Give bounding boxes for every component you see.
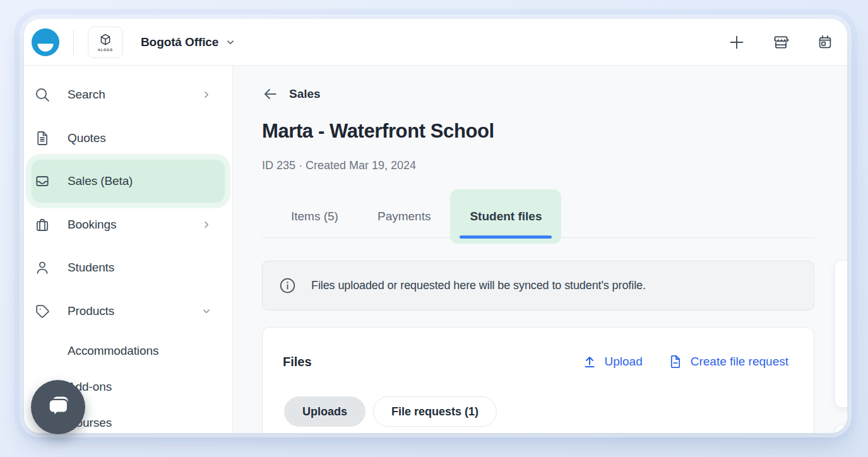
- files-card: Files Upload: [262, 327, 814, 433]
- calendar-button[interactable]: [809, 27, 841, 58]
- workspace-switcher[interactable]: Bogotá Office: [141, 35, 236, 49]
- plus-icon: [727, 33, 746, 52]
- upload-button[interactable]: Upload: [582, 354, 643, 369]
- files-card-header: Files Upload: [283, 345, 788, 378]
- sidebar-item-label: Students: [68, 261, 114, 275]
- calendar-icon: [816, 33, 834, 51]
- sidebar-item-bookings[interactable]: Bookings: [32, 210, 225, 240]
- sidebar-item-search[interactable]: Search: [32, 80, 225, 110]
- agency-logo-label: ALOGO: [98, 48, 113, 52]
- tabs: Items (5) Payments Student files: [262, 189, 814, 244]
- side-panel-card-clipped: [835, 425, 847, 433]
- sidebar-item-label: Bookings: [68, 218, 116, 232]
- info-banner-text: Files uploaded or requested here will be…: [311, 279, 646, 292]
- sidebar-item-quotes[interactable]: Quotes: [32, 123, 225, 153]
- tab-student-files[interactable]: Student files: [450, 189, 561, 244]
- workspace-name: Bogotá Office: [141, 35, 218, 49]
- document-icon: [34, 130, 51, 146]
- marketplace-button[interactable]: [765, 27, 797, 58]
- desktop-background: ALOGO Bogotá Office: [0, 0, 868, 457]
- sidebar-item-products[interactable]: Products: [32, 296, 225, 326]
- tab-payments[interactable]: Payments: [358, 189, 450, 244]
- info-icon: [279, 277, 296, 294]
- main-content: Sales Marta - Waterfront School ID 235 ·…: [233, 66, 847, 433]
- files-filter-row: Uploads File requests (1): [284, 396, 497, 427]
- topbar-divider: [73, 30, 74, 55]
- sidebar-item-label: Quotes: [68, 131, 106, 145]
- file-icon: [668, 354, 683, 369]
- tab-items[interactable]: Items (5): [271, 189, 358, 244]
- info-banner: Files uploaded or requested here will be…: [262, 261, 814, 311]
- sidebar-item-label: Sales (Beta): [68, 174, 133, 188]
- sidebar-item-label: Accommodations: [68, 344, 158, 358]
- chevron-down-icon: [225, 37, 236, 48]
- search-icon: [34, 86, 51, 103]
- storefront-icon: [771, 33, 790, 52]
- create-file-request-label: Create file request: [691, 355, 788, 369]
- person-icon: [34, 259, 51, 276]
- briefcase-icon: [34, 217, 51, 233]
- back-arrow-icon: [262, 86, 278, 102]
- sidebar-item-students[interactable]: Students: [32, 252, 225, 283]
- page-title: Marta - Waterfront School: [262, 120, 494, 143]
- create-file-request-button[interactable]: Create file request: [668, 354, 788, 369]
- upload-icon: [582, 354, 597, 369]
- chevron-right-icon: [201, 89, 212, 100]
- sidebar-item-label: Products: [68, 304, 114, 318]
- top-bar: ALOGO Bogotá Office: [24, 19, 847, 66]
- add-button[interactable]: [721, 27, 752, 58]
- tag-icon: [34, 303, 51, 319]
- chevron-down-icon: [201, 306, 212, 317]
- agency-logo[interactable]: ALOGO: [88, 27, 123, 58]
- upload-label: Upload: [605, 355, 643, 369]
- back-label: Sales: [289, 87, 321, 101]
- filter-file-requests[interactable]: File requests (1): [373, 396, 497, 427]
- sidebar-item-label: Search: [68, 88, 105, 102]
- app-window: ALOGO Bogotá Office: [24, 19, 847, 433]
- sidebar-item-accommodations[interactable]: Accommodations: [32, 336, 225, 366]
- chevron-right-icon: [201, 219, 212, 230]
- topbar-actions: [721, 27, 841, 58]
- cube-icon: [98, 33, 112, 47]
- files-title: Files: [283, 355, 312, 369]
- brand-logo[interactable]: [32, 28, 59, 56]
- filter-uploads[interactable]: Uploads: [284, 396, 366, 427]
- chat-launcher[interactable]: [31, 380, 85, 434]
- side-panel-card-clipped: [835, 260, 847, 408]
- sidebar: Search Quotes Sales (Beta): [24, 66, 233, 433]
- inbox-icon: [34, 173, 51, 189]
- back-button[interactable]: Sales: [262, 85, 321, 103]
- chat-bubbles-icon: [44, 393, 73, 422]
- page-meta: ID 235 · Created Mar 19, 2024: [262, 159, 416, 172]
- sidebar-item-sales[interactable]: Sales (Beta): [32, 160, 225, 203]
